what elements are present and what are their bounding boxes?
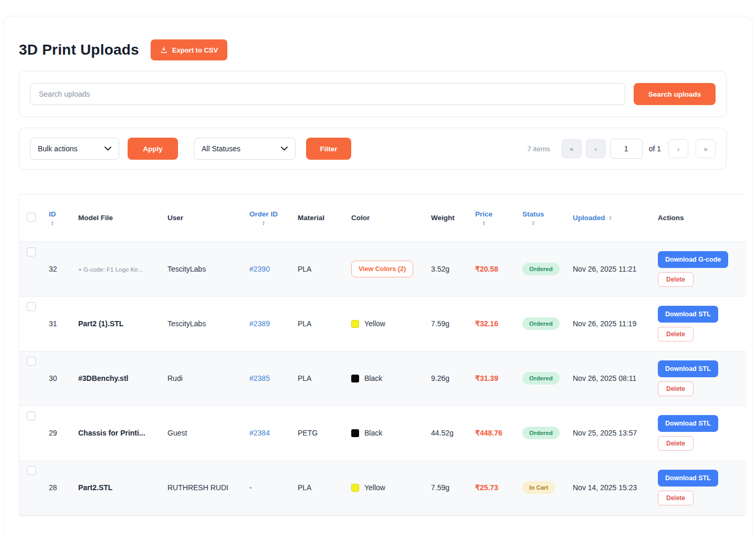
- status-badge: Ordered: [522, 372, 560, 385]
- apply-button[interactable]: Apply: [128, 138, 178, 160]
- weight-value: 44.52g: [427, 406, 471, 460]
- download-button[interactable]: Download STL: [658, 470, 718, 487]
- color-name: Yellow: [364, 319, 385, 328]
- material-value: PLA: [293, 296, 347, 351]
- col-header-weight: Weight: [427, 194, 471, 242]
- search-panel: Search uploads: [19, 71, 727, 117]
- page-count-label: of 1: [649, 144, 661, 153]
- row-id: 28: [45, 460, 74, 515]
- table-row: 28 Part2.STL RUTHRESH RUDI - PLA Yellow …: [19, 460, 746, 515]
- col-header-id[interactable]: ID ▲▼: [45, 194, 74, 242]
- bulk-actions-select[interactable]: Bulk actions: [30, 138, 119, 160]
- sort-arrows-icon: ▲▼: [482, 221, 486, 226]
- status-badge: Ordered: [522, 427, 560, 439]
- status-filter-select[interactable]: All Statuses: [194, 138, 296, 160]
- col-header-user: User: [163, 194, 245, 242]
- col-header-order-id[interactable]: Order ID ▲▼: [245, 194, 293, 242]
- chevron-down-icon: [281, 147, 288, 151]
- price-value: ₹448.76: [475, 429, 502, 437]
- sort-arrows-icon: ▲▼: [609, 215, 612, 221]
- weight-value: 3.52g: [427, 242, 471, 296]
- col-header-color: Color: [347, 194, 427, 242]
- pagination: 7 items « ‹ of 1 › »: [527, 139, 716, 159]
- download-button[interactable]: Download STL: [658, 360, 718, 377]
- pagination-last-button[interactable]: »: [696, 139, 716, 158]
- search-button[interactable]: Search uploads: [634, 83, 716, 105]
- sort-arrows-icon: ▲▼: [532, 221, 535, 226]
- col-header-checkbox: [19, 194, 45, 242]
- page-header: 3D Print Uploads Export to CSV: [19, 39, 752, 60]
- row-checkbox[interactable]: [27, 247, 36, 256]
- toolbar-panel: Bulk actions Apply All Statuses Filter 7…: [19, 128, 727, 170]
- row-checkbox[interactable]: [27, 411, 36, 420]
- delete-button[interactable]: Delete: [658, 381, 694, 396]
- price-value: ₹32.16: [475, 319, 498, 328]
- status-badge: In Cart: [522, 481, 555, 494]
- uploaded-date: Nov 14, 2025 15:23: [569, 460, 654, 515]
- view-colors-button[interactable]: View Colors (2): [351, 261, 413, 277]
- color-swatch: [351, 375, 359, 382]
- download-button[interactable]: Download STL: [658, 415, 718, 432]
- weight-value: 7.59g: [427, 460, 471, 515]
- page-title: 3D Print Uploads: [19, 42, 139, 58]
- user-name: RUTHRESH RUDI: [163, 460, 245, 515]
- export-csv-button[interactable]: Export to CSV: [151, 39, 227, 60]
- status-filter-label: All Statuses: [202, 144, 240, 153]
- order-id-link[interactable]: #2389: [249, 319, 270, 328]
- table-row: 30 #3DBenchy.stl Rudi #2385 PLA Black 9.…: [19, 351, 746, 406]
- delete-button[interactable]: Delete: [658, 272, 694, 287]
- price-value: ₹31.39: [475, 374, 498, 382]
- page-frame: 3D Print Uploads Export to CSV Search up…: [3, 16, 753, 538]
- table-row: 32 + G-code: F1 Logo Ke... TescityLabs #…: [19, 242, 746, 296]
- order-id-value: -: [249, 483, 252, 492]
- model-file-name: Chassis for Printi...: [78, 429, 145, 437]
- delete-button[interactable]: Delete: [658, 327, 694, 342]
- sort-arrows-icon: ▲▼: [262, 221, 265, 226]
- delete-button[interactable]: Delete: [658, 491, 694, 505]
- table-row: 29 Chassis for Printi... Guest #2384 PET…: [19, 406, 746, 460]
- price-value: ₹20.58: [475, 265, 498, 273]
- color-swatch: [351, 429, 359, 437]
- row-checkbox[interactable]: [27, 466, 36, 475]
- row-checkbox[interactable]: [27, 357, 36, 366]
- download-button[interactable]: Download G-code: [658, 251, 728, 268]
- col-header-status[interactable]: Status ▲▼: [518, 194, 569, 242]
- order-id-link[interactable]: #2390: [249, 265, 270, 273]
- col-header-price[interactable]: Price ▲▼: [471, 194, 518, 242]
- material-value: PETG: [293, 406, 347, 460]
- page-number-input[interactable]: [610, 139, 643, 159]
- download-button[interactable]: Download STL: [658, 306, 718, 323]
- pagination-next-button[interactable]: ›: [668, 139, 688, 158]
- bulk-actions-label: Bulk actions: [38, 144, 77, 153]
- delete-button[interactable]: Delete: [658, 436, 694, 451]
- model-file-name: #3DBenchy.stl: [78, 374, 128, 382]
- color-swatch: [351, 320, 359, 328]
- sort-arrows-icon: ▲▼: [51, 221, 54, 226]
- export-label: Export to CSV: [172, 46, 218, 54]
- uploaded-date: Nov 25, 2025 13:57: [569, 406, 654, 460]
- select-all-checkbox[interactable]: [27, 213, 36, 222]
- uploads-table: ID ▲▼ Model File User Order ID ▲▼: [19, 194, 746, 516]
- chevron-down-icon: [104, 147, 111, 151]
- user-name: Guest: [163, 406, 245, 460]
- model-file-name: + G-code: F1 Logo Ke...: [78, 266, 143, 273]
- pagination-first-button[interactable]: «: [562, 139, 582, 158]
- pagination-prev-button[interactable]: ‹: [586, 139, 606, 158]
- color-name: Black: [364, 429, 382, 437]
- weight-value: 9.26g: [427, 351, 471, 406]
- uploaded-date: Nov 26, 2025 11:21: [569, 242, 654, 296]
- search-input[interactable]: [30, 83, 625, 105]
- order-id-link[interactable]: #2384: [249, 429, 270, 437]
- table-row: 31 Part2 (1).STL TescityLabs #2389 PLA Y…: [19, 296, 746, 351]
- user-name: TescityLabs: [163, 296, 245, 351]
- filter-button[interactable]: Filter: [306, 138, 351, 160]
- row-id: 29: [45, 406, 74, 460]
- color-name: Yellow: [364, 483, 385, 492]
- row-checkbox[interactable]: [27, 302, 36, 311]
- material-value: PLA: [293, 242, 347, 296]
- status-badge: Ordered: [522, 317, 560, 330]
- col-header-uploaded[interactable]: Uploaded ▲▼: [569, 194, 654, 242]
- row-id: 30: [45, 351, 74, 406]
- weight-value: 7.59g: [427, 296, 471, 351]
- order-id-link[interactable]: #2385: [249, 374, 270, 382]
